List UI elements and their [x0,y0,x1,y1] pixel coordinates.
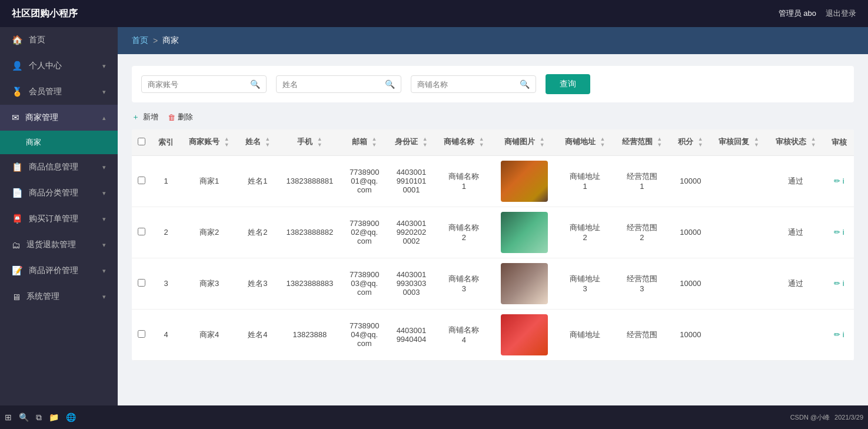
chevron-down-icon: ▾ [102,215,106,223]
row-checkbox[interactable] [138,330,145,338]
shop-search-field: 🔍 [411,75,536,93]
cell-scope: 经营范围 [614,309,671,360]
sort-icons[interactable]: ▲▼ [479,137,484,148]
chevron-down-icon: ▾ [102,241,106,249]
sort-icons[interactable]: ▲▼ [423,137,428,148]
sort-icons[interactable]: ▲▼ [317,137,322,148]
breadcrumb-home[interactable]: 首页 [132,35,148,46]
system-icon: 🖥 [12,292,21,302]
cell-account: 商家3 [181,258,238,309]
sidebar-item-label: 首页 [29,35,106,45]
cell-idcard: 4403001 9920202 0002 [387,207,435,258]
start-icon[interactable]: ⊞ [5,413,12,422]
cell-name: 姓名2 [238,207,278,258]
sidebar-item-label: 商品信息管理 [29,162,97,172]
taskbar-system-text: CSDN @小峰 [790,413,830,422]
sidebar-item-profile[interactable]: 👤 个人中心 ▾ [0,53,118,79]
cell-audit-action[interactable]: ✏ i [824,207,854,258]
search-icon: 🔍 [520,79,530,89]
th-audit-reply: 审核回复 ▲▼ [710,129,767,155]
cell-scope: 经营范围 1 [614,155,671,207]
edit-link[interactable]: ✏ i [834,330,844,339]
cell-scope: 经营范围 2 [614,207,671,258]
sidebar-item-label: 商品评价管理 [29,265,97,276]
logout-button[interactable]: 退出登录 [826,8,856,19]
cell-shopname: 商铺名称 1 [435,155,493,207]
chevron-down-icon: ▾ [102,62,106,70]
taskbar-icons: ⊞ 🔍 ⧉ 📁 🌐 [5,413,76,423]
row-checkbox[interactable] [138,228,145,235]
sidebar-item-home[interactable]: 🏠 首页 [0,27,118,53]
sort-icons[interactable]: ▲▼ [224,137,230,148]
cell-audit-action[interactable]: ✏ i [824,155,854,207]
cell-email: 7738900 04@qq. com [342,309,387,360]
sidebar-item-category[interactable]: 📄 商品分类管理 ▾ [0,180,118,206]
delete-button[interactable]: 🗑 删除 [168,112,193,122]
edit-link[interactable]: ✏ i [834,177,844,185]
sort-icons[interactable]: ▲▼ [265,137,270,148]
sort-icons[interactable]: ▲▼ [698,137,703,148]
cell-phone: 13823888883 [278,258,342,309]
cell-index: 4 [151,309,181,360]
app-title: 社区团购小程序 [12,8,779,20]
sidebar-sub-item-merchant-list[interactable]: 商家 [0,131,118,154]
page-content: 🔍 🔍 🔍 查询 ＋ 新增 🗑 [118,54,868,405]
chrome-icon[interactable]: 🌐 [66,413,76,422]
row-checkbox[interactable] [138,177,145,184]
cell-phone: 13823888 [278,309,342,360]
chevron-down-icon: ▾ [102,164,106,171]
chevron-down-icon: ▾ [102,293,106,301]
cell-idcard: 4403001 9930303 0003 [387,258,435,309]
breadcrumb-separator: > [153,36,158,45]
sidebar-item-label: 商品分类管理 [29,188,97,198]
sidebar-item-member[interactable]: 🏅 会员管理 ▾ [0,79,118,105]
sidebar-item-order[interactable]: 📮 购买订单管理 ▾ [0,206,118,232]
search-icon: 🔍 [385,79,395,89]
th-index: 索引 [151,129,181,155]
shop-search-input[interactable] [417,80,516,89]
sort-icons[interactable]: ▲▼ [754,137,759,148]
cell-audit-action[interactable]: ✏ i [824,258,854,309]
th-shopname: 商铺名称 ▲▼ [435,129,493,155]
account-search-input[interactable] [148,80,247,89]
cell-score: 10000 [670,155,710,207]
sort-icons[interactable]: ▲▼ [811,137,816,148]
cell-account: 商家2 [181,207,238,258]
search-taskbar-icon[interactable]: 🔍 [19,413,29,422]
sidebar-item-review[interactable]: 📝 商品评价管理 ▾ [0,258,118,284]
search-bar: 🔍 🔍 🔍 查询 [132,66,854,102]
cell-audit-action[interactable]: ✏ i [824,309,854,360]
edit-link[interactable]: ✏ i [834,279,844,288]
plus-icon: ＋ [132,112,139,122]
row-checkbox[interactable] [138,279,145,287]
name-search-input[interactable] [282,80,381,89]
file-manager-icon[interactable]: 📁 [49,413,59,422]
cell-shopname: 商铺名称 2 [435,207,493,258]
table-row: 1 商家1 姓名1 13823888881 7738900 01@qq. com… [132,155,854,207]
sidebar-item-label: 会员管理 [29,87,97,97]
sidebar-item-merchant[interactable]: ✉ 商家管理 ▴ [0,105,118,131]
select-all-checkbox[interactable] [138,138,145,145]
th-audit: 审核 [824,129,854,155]
add-button[interactable]: ＋ 新增 [132,112,158,122]
edit-link[interactable]: ✏ i [834,228,844,237]
taskview-icon[interactable]: ⧉ [36,413,42,423]
th-account: 商家账号 ▲▼ [181,129,238,155]
table-row: 4 商家4 姓名4 13823888 7738900 04@qq. com 44… [132,309,854,360]
chevron-down-icon: ▾ [102,189,106,197]
sidebar: 🏠 首页 👤 个人中心 ▾ 🏅 会员管理 ▾ ✉ 商家管理 ▴ 商家 📋 商品信… [0,27,118,405]
sort-icons[interactable]: ▲▼ [372,137,377,148]
sidebar-item-label: 商家管理 [25,112,97,123]
cell-shopimg [493,207,557,258]
sidebar-item-refund[interactable]: 🗂 退货退款管理 ▾ [0,232,118,258]
cell-name: 姓名3 [238,258,278,309]
sidebar-item-system[interactable]: 🖥 系统管理 ▾ [0,284,118,310]
sidebar-item-product[interactable]: 📋 商品信息管理 ▾ [0,154,118,180]
merchant-list-label: 商家 [26,137,41,148]
sort-icons[interactable]: ▲▼ [540,137,545,148]
sort-icons[interactable]: ▲▼ [600,137,606,148]
sort-icons[interactable]: ▲▼ [657,137,662,148]
query-button[interactable]: 查询 [546,74,590,94]
cell-shopimg [493,155,557,207]
cell-score: 10000 [670,207,710,258]
